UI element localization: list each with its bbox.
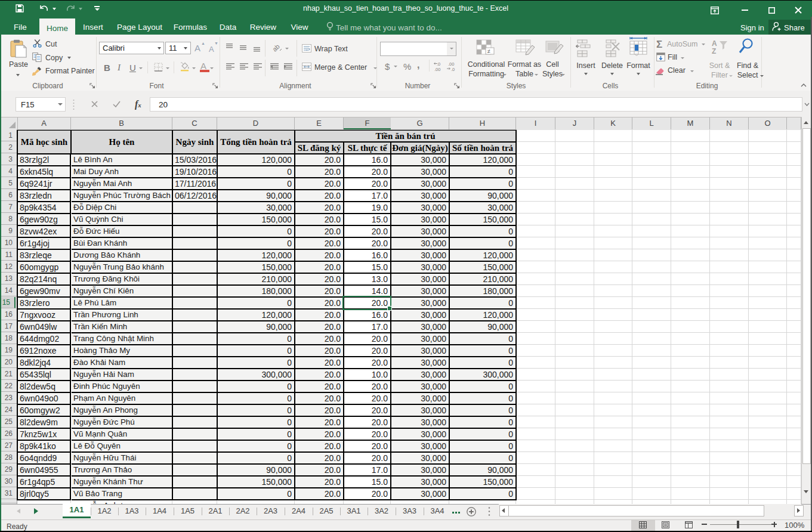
svg-text:ab: ab (273, 44, 281, 52)
svg-text:.00: .00 (434, 67, 440, 72)
svg-text:.0: .0 (451, 67, 455, 72)
svg-text:≠: ≠ (487, 48, 490, 54)
